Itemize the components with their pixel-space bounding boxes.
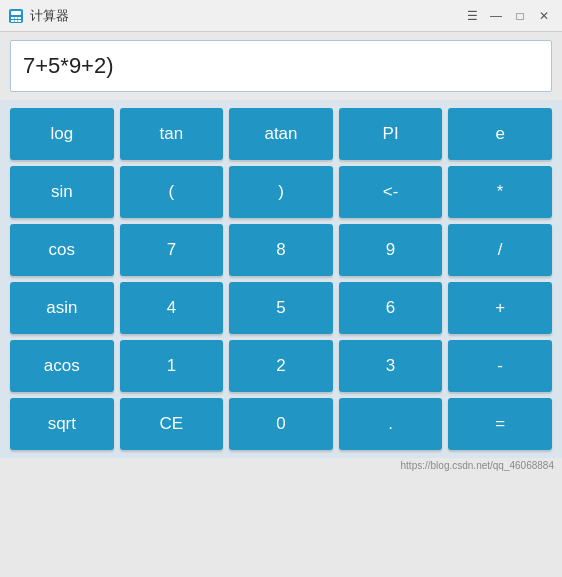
one-btn[interactable]: 1 — [120, 340, 224, 392]
pi-btn[interactable]: PI — [339, 108, 443, 160]
tan-btn[interactable]: tan — [120, 108, 224, 160]
title-bar: 计算器 ☰ — □ ✕ — [0, 0, 562, 32]
button-row-5: sqrtCE0.= — [10, 398, 552, 450]
svg-rect-4 — [18, 17, 21, 19]
svg-rect-6 — [15, 20, 18, 22]
sin-btn[interactable]: sin — [10, 166, 114, 218]
plus-btn[interactable]: + — [448, 282, 552, 334]
dot-btn[interactable]: . — [339, 398, 443, 450]
button-row-4: acos123- — [10, 340, 552, 392]
five-btn[interactable]: 5 — [229, 282, 333, 334]
watermark: https://blog.csdn.net/qq_46068884 — [0, 458, 562, 473]
svg-rect-3 — [15, 17, 18, 19]
close-paren-btn[interactable]: ) — [229, 166, 333, 218]
sqrt-btn[interactable]: sqrt — [10, 398, 114, 450]
ce-btn[interactable]: CE — [120, 398, 224, 450]
menu-button[interactable]: ☰ — [462, 6, 482, 26]
open-paren-btn[interactable]: ( — [120, 166, 224, 218]
three-btn[interactable]: 3 — [339, 340, 443, 392]
atan-btn[interactable]: atan — [229, 108, 333, 160]
acos-btn[interactable]: acos — [10, 340, 114, 392]
six-btn[interactable]: 6 — [339, 282, 443, 334]
close-button[interactable]: ✕ — [534, 6, 554, 26]
multiply-btn[interactable]: * — [448, 166, 552, 218]
button-row-2: cos789/ — [10, 224, 552, 276]
asin-btn[interactable]: asin — [10, 282, 114, 334]
two-btn[interactable]: 2 — [229, 340, 333, 392]
nine-btn[interactable]: 9 — [339, 224, 443, 276]
button-row-1: sin()<-* — [10, 166, 552, 218]
svg-rect-5 — [11, 20, 14, 22]
app-title: 计算器 — [30, 7, 69, 25]
eight-btn[interactable]: 8 — [229, 224, 333, 276]
equals-btn[interactable]: = — [448, 398, 552, 450]
four-btn[interactable]: 4 — [120, 282, 224, 334]
svg-rect-2 — [11, 17, 14, 19]
svg-rect-7 — [18, 20, 21, 22]
calculator-body: logtanatanPIesin()<-*cos789/asin456+acos… — [0, 100, 562, 458]
display-value: 7+5*9+2) — [23, 53, 114, 79]
minimize-button[interactable]: — — [486, 6, 506, 26]
divide-btn[interactable]: / — [448, 224, 552, 276]
backspace-btn[interactable]: <- — [339, 166, 443, 218]
svg-rect-1 — [11, 11, 21, 15]
maximize-button[interactable]: □ — [510, 6, 530, 26]
zero-btn[interactable]: 0 — [229, 398, 333, 450]
display: 7+5*9+2) — [10, 40, 552, 92]
button-row-3: asin456+ — [10, 282, 552, 334]
seven-btn[interactable]: 7 — [120, 224, 224, 276]
log-btn[interactable]: log — [10, 108, 114, 160]
minus-btn[interactable]: - — [448, 340, 552, 392]
button-row-0: logtanatanPIe — [10, 108, 552, 160]
e-btn[interactable]: e — [448, 108, 552, 160]
app-icon — [8, 8, 24, 24]
cos-btn[interactable]: cos — [10, 224, 114, 276]
